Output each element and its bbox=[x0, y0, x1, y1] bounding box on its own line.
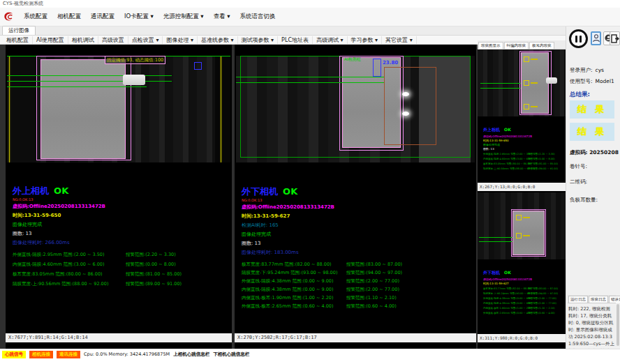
tab-align-defect[interactable]: 纠偏内瑕疵 bbox=[504, 42, 529, 49]
upper-camera-heartbeat-link[interactable]: 上相机心跳信息栏 bbox=[173, 351, 209, 358]
menu-system-config[interactable]: 系统配置 bbox=[20, 10, 52, 23]
result-box-1: 结 果 bbox=[570, 100, 614, 119]
measure-line bbox=[7, 75, 172, 76]
roi-marker bbox=[194, 62, 202, 70]
measure-value: 外侧直线-隔膜:4.38mm 范围:(0.00 ~ 9.00) bbox=[483, 297, 533, 300]
measure-line bbox=[479, 237, 512, 238]
defect-marker bbox=[516, 215, 522, 220]
tool-ai-use-config[interactable]: AI使用配置 bbox=[33, 36, 68, 44]
measure-value: 外侧直线-隔膜:4.38mm 范围:(0.00 ~ 9.00) bbox=[242, 278, 334, 285]
mini-view-tabs: 瑕疵图显示 纠偏内瑕疵 极耳内瑕疵 bbox=[478, 40, 566, 50]
login-user-row: 登录用户: cys bbox=[570, 67, 618, 74]
measure-value: 极耳宽度:83.77mm 范围:(82.00 ~ 88.00) bbox=[242, 261, 332, 268]
menu-comm-config[interactable]: 通讯配置 bbox=[87, 10, 119, 23]
lower-camera-heartbeat-link[interactable]: 下相机心跳信息栏 bbox=[213, 351, 249, 358]
alarm-range: 报警范围:(0.00 ~ 8.00) bbox=[528, 158, 555, 160]
product-region bbox=[40, 59, 126, 159]
tool-camera-config[interactable]: 相机配置 bbox=[3, 36, 33, 44]
alarm-range: 报警范围:(2.20 ~ 3.30) bbox=[528, 153, 555, 156]
tab-defect-log[interactable]: 瑕疵日志 bbox=[589, 296, 608, 303]
measure-value: 外侧直线-极耳:2.65mm 范围:(0.60 ~ 4.00) bbox=[483, 312, 533, 314]
menu-language-switch[interactable]: 系统语言切换 bbox=[236, 10, 280, 23]
mini-result-2: 外下相机 OK 虚拟码:Offline2025020813313472B 时间:… bbox=[483, 264, 564, 317]
virtual-code-label: 虚拟码: bbox=[570, 149, 588, 156]
menu-camera-config[interactable]: 相机配置 bbox=[53, 10, 85, 23]
roi-line bbox=[9, 56, 10, 162]
model-label: 使用型号: bbox=[570, 78, 593, 85]
measure-line bbox=[480, 83, 521, 84]
measure-row: 外侧直线-隔膜:2.95mm 范围:(2.00 ~ 3.50) 报警范围:(2.… bbox=[13, 252, 229, 261]
menu-view[interactable]: 查看 ▾ bbox=[209, 10, 235, 23]
tool-test-params[interactable]: 测试项参数 ▾ bbox=[238, 36, 279, 44]
user-login-button[interactable] bbox=[591, 31, 601, 45]
measure-line bbox=[236, 82, 384, 83]
defect-label bbox=[523, 217, 530, 218]
camera-image-lower[interactable]: AI检测框 23.80 bbox=[236, 56, 475, 162]
time-label: 时间:13-31-59-627 bbox=[242, 213, 473, 220]
mini-camera-view-2[interactable]: 外下相机 OK 虚拟码:Offline2025020813313472B 时间:… bbox=[478, 192, 566, 333]
mini-camera-view-1[interactable]: 外上相机 OK 虚拟码:Offline2025020813313472B 时间:… bbox=[478, 50, 566, 183]
tool-camera-debug[interactable]: 相机调试 bbox=[68, 36, 98, 44]
alarm-range: 报警范围:(0.60 ~ 4.00) bbox=[346, 303, 397, 310]
measure-value: 内侧直线-隔膜:4.60mm 范围:(3.00 ~ 6.00) bbox=[483, 158, 533, 160]
tool-advanced-settings[interactable]: 高级设置 bbox=[98, 36, 128, 44]
virtual-code-label: 虚拟码:Offline2025020813313472B bbox=[483, 135, 564, 138]
tool-spot-check[interactable]: 点检设置 ▾ bbox=[128, 36, 163, 44]
alarm-range: 报警范围:(1.10 ~ 2.10) bbox=[346, 295, 397, 301]
negative-tab-count-label: 负极耳数量: bbox=[570, 197, 598, 204]
tab-error-log[interactable]: 错误日志 bbox=[609, 296, 620, 303]
alarm-range: 报警范围:(83.00 ~ 87.00) bbox=[528, 287, 558, 290]
model-select[interactable]: Model1 bbox=[596, 78, 614, 85]
camera-image-upper[interactable]: 固定阈值:93, 动态阈值:100 bbox=[7, 56, 230, 162]
tab-defect-display[interactable]: 瑕疵图显示 bbox=[478, 42, 503, 49]
model-row: 使用型号: Model1 bbox=[570, 78, 618, 85]
tab-connector bbox=[123, 75, 145, 85]
mini-measure-rows: 极耳宽度:83.77mm 范围:(82.00 ~ 88.00)报警范围:(83.… bbox=[483, 287, 564, 317]
ai-elapsed-label: 检测AI耗时: 165 bbox=[242, 222, 473, 229]
menu-light-config[interactable]: 光源控制配置 ▾ bbox=[159, 10, 208, 23]
highlight-spot bbox=[402, 92, 409, 96]
result-ok-label: OK bbox=[504, 270, 511, 275]
menu-io-config[interactable]: IO卡配置 ▾ bbox=[120, 10, 158, 23]
mini-measure-rows: 外侧直线-隔膜:2.95mm 范围:(2.00 ~ 3.50)报警范围:(2.2… bbox=[483, 153, 564, 172]
measure-value: 隔膜宽度-上:90.56mm 范围:(88.00 ~ 92.00) bbox=[13, 281, 108, 287]
tool-baseline-params[interactable]: 基准线参数 ▾ bbox=[198, 36, 238, 44]
tool-plc-address[interactable]: PLC地址表 bbox=[278, 36, 313, 44]
measure-value: 内侧直线-隔膜:4.38mm 范围:(0.00 ~ 9.00) bbox=[483, 302, 533, 305]
tab-tab-defect[interactable]: 极耳内瑕疵 bbox=[529, 42, 554, 49]
measure-line bbox=[7, 86, 147, 87]
measure-line bbox=[480, 88, 521, 89]
tab-run-image[interactable]: 运行图像 bbox=[2, 26, 36, 35]
tool-image-processing[interactable]: 图像处理 ▾ bbox=[163, 36, 198, 44]
measure-value: 隔膜宽度-下:95.24mm 范围:(93.00 ~ 98.00) bbox=[483, 292, 535, 295]
pause-button[interactable] bbox=[569, 29, 588, 48]
alarm-range: 报警范围:(0.60 ~ 4.00) bbox=[528, 312, 555, 314]
defect-label bbox=[531, 59, 538, 60]
defect-label bbox=[531, 82, 538, 84]
user-icon bbox=[593, 34, 600, 43]
loop-count-label: 圈数: 13 bbox=[13, 230, 229, 237]
tool-advanced-debug[interactable]: 高级调试 ▾ bbox=[313, 36, 348, 44]
measure-value: 内侧直线-隔膜:4.60mm 范围:(3.00 ~ 6.00) bbox=[13, 261, 105, 268]
process-done-label: 图像处理完成 bbox=[483, 143, 564, 146]
tool-other-settings[interactable]: 其它设置 ▾ bbox=[382, 36, 417, 44]
alarm-range: 报警范围:(2.00 ~ 77.00) bbox=[528, 297, 556, 300]
log-scrollbar[interactable] bbox=[617, 304, 619, 346]
alarm-range: 报警范围:(2.00 ~ 77.00) bbox=[346, 278, 399, 285]
tab-run-log[interactable]: 运行日志 bbox=[568, 296, 588, 303]
status-bar: 心跳信号 相机连接 通讯连接 Cpu: 0.0% Memory: 3424.41… bbox=[0, 349, 620, 364]
app-window: CYS-视觉检测系统 系统配置 相机配置 通讯配置 IO卡配置 ▾ 光源控制配置… bbox=[0, 0, 620, 364]
alarm-range: 报警范围:(2.00 ~ 77.00) bbox=[528, 302, 556, 305]
result-ok-label: OK bbox=[54, 185, 68, 196]
measure-value: 极耳宽度:83.05mm 范围:(80.00 ~ 86.00) bbox=[483, 162, 531, 165]
camera-panel-upper: 固定阈值:93, 动态阈值:100 外上相机 OK NG:0,OK:13 虚拟码… bbox=[6, 45, 232, 349]
app-logo-icon bbox=[3, 11, 15, 22]
alarm-range: 报警范围:(89.00 ~ 91.00) bbox=[126, 281, 182, 287]
defect-marker bbox=[524, 104, 529, 109]
highlight-spot bbox=[402, 112, 409, 116]
exit-button[interactable] bbox=[610, 31, 620, 45]
tool-learning-params[interactable]: 学习参数 ▾ bbox=[348, 36, 383, 44]
result-block-upper: 外上相机 OK NG:0,OK:13 虚拟码:Offline2025020813… bbox=[13, 183, 229, 291]
process-done-label: 图像处理完成 bbox=[13, 221, 229, 228]
measure-row: 极耳宽度:83.77mm 范围:(82.00 ~ 88.00) 报警范围:(83… bbox=[242, 261, 473, 270]
